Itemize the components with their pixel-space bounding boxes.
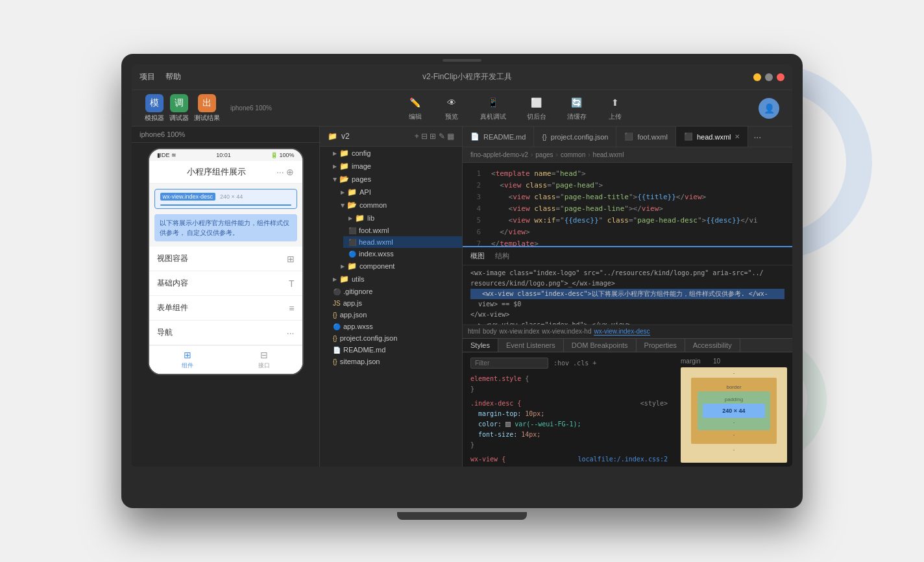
tree-item-sitemap[interactable]: {} sitemap.json [328,356,462,367]
tree-item-config[interactable]: ▶ 📁 config [328,147,462,160]
code-line-6: </view> [491,226,792,238]
arrow-icon: ▶ [333,164,337,169]
upload-label: 上传 [609,112,622,121]
path-wx-view-desc[interactable]: wx-view.index-desc [594,328,650,336]
pseudo-filter-buttons[interactable]: :hov .cls + [553,360,596,367]
tab-foot-wxml[interactable]: ⬛ foot.wxml [616,127,675,147]
code-line-4: <view class="page-head-line"></view> [491,203,792,215]
content-size: 240 × 44 [722,408,745,414]
sim-header: iphone6 100% [132,127,319,143]
tree-item-api[interactable]: ▶ 📁 API [335,186,462,199]
folder-icon: 📂 [339,175,349,184]
preview-tab-structure[interactable]: 结构 [495,251,509,261]
inspector-tab-styles[interactable]: Styles [463,339,498,352]
path-body[interactable]: body [483,328,497,336]
win-restore-button[interactable] [765,73,773,81]
sim-menu-formcomponent[interactable]: 表单组件 ≡ [149,296,302,321]
json-file-icon: {} [333,335,337,342]
sim-menu-navigation[interactable]: 导航 ··· [149,321,302,345]
simulator-tab-button[interactable]: 模 模拟器 [145,94,164,123]
menu-project[interactable]: 项目 [140,71,155,82]
menu-help[interactable]: 帮助 [165,71,181,82]
background-tool[interactable]: ⬜ 切后台 [527,95,546,121]
path-wx-view-hd[interactable]: wx-view.index-hd [542,328,591,336]
tree-item-lib[interactable]: ▶ 📁 lib [343,212,462,225]
style-prop-display: display: block; [470,465,668,467]
inspector-tab-event-listeners[interactable]: Event Listeners [498,339,564,352]
tree-item-image[interactable]: ▶ 📁 image [328,160,462,173]
tab-readme[interactable]: 📄 README.md [463,127,534,147]
tree-item-index-wxss[interactable]: 🔵 index.wxss [343,248,462,260]
test-tab-button[interactable]: 出 测试结果 [194,94,220,123]
tree-item-label: app.json [340,311,367,319]
user-avatar[interactable]: 👤 [759,98,779,119]
win-minimize-button[interactable] [753,73,761,81]
devtools-area: 概图 结构 <wx-image class="index-logo" src="… [463,246,792,467]
preview-tab-overview[interactable]: 概图 [470,251,485,261]
json-file-icon: {} [542,133,546,141]
tree-item-gitignore[interactable]: ⚫ .gitignore [328,286,462,297]
code-line-5: <view wx:if="{{desc}}" class="page-head-… [491,215,792,226]
code-line-1: <template name="head"> [491,168,792,180]
tree-item-head-wxml[interactable]: ⬛ head.wxml [343,236,462,248]
line-num-4: 4 [463,203,481,215]
inspector-tab-dom-breakpoints[interactable]: DOM Breakpoints [564,339,637,352]
edit-tool[interactable]: ✏️ 编辑 [407,95,423,121]
readme-file-icon: 📄 [470,132,480,141]
tree-item-component[interactable]: ▶ 📁 component [335,260,462,273]
padding-label: padding [703,397,765,402]
tree-item-utils[interactable]: ▶ 📁 utils [328,273,462,286]
tree-item-project-config[interactable]: {} project.config.json [328,332,462,344]
upload-tool[interactable]: ⬆ 上传 [607,95,623,121]
tree-item-app-json[interactable]: {} app.json [328,309,462,321]
components-tab-label: 组件 [182,361,193,370]
clear-cache-tool[interactable]: 🔄 清缓存 [567,95,587,121]
tree-item-label: README.md [343,346,385,354]
laptop-base [397,512,527,520]
sim-menu-basiccontent[interactable]: 基础内容 T [149,271,302,296]
debugger-tab-button[interactable]: 调 调试器 [169,94,189,123]
inspector-tab-accessibility[interactable]: Accessibility [685,339,740,352]
breadcrumb-item-root: fino-applet-demo-v2 [470,151,528,158]
wx-view-rule-header: wx-view { localfile:/.index.css:2 [470,454,668,465]
html-preview-code: <wx-image class="index-logo" src="../res… [463,265,792,325]
tree-item-label: component [359,262,395,270]
tab-project-config[interactable]: {} project.config.json [534,127,616,147]
tree-item-app-js[interactable]: JS app.js [328,297,462,309]
win-close-button[interactable] [777,73,784,81]
filter-input[interactable] [470,358,548,369]
phone-icon: 📱 [485,95,501,110]
tree-item-label: utils [352,275,365,283]
tab-close-icon[interactable]: ✕ [735,133,740,140]
tabs-more-button[interactable]: ··· [748,132,766,142]
box-model-visualization: - border padding 240 × 44 [681,367,787,463]
tree-item-app-wxss[interactable]: 🔵 app.wxss [328,321,462,332]
preview-tool[interactable]: 👁 预览 [444,95,459,121]
tree-item-common[interactable]: ▶ 📂 common [335,199,462,212]
tree-item-pages[interactable]: ▶ 📂 pages [328,173,462,186]
tab-head-wxml[interactable]: ⬛ head.wxml ✕ [676,127,749,147]
path-wx-view-index[interactable]: wx-view.index [500,328,540,336]
sim-menu-viewcontainer[interactable]: 视图容器 ⊞ [149,247,302,271]
tree-item-foot-wxml[interactable]: ⬛ foot.wxml [343,225,462,236]
laptop-screen: 项目 帮助 v2-FinClip小程序开发工具 模 模拟器 [132,64,792,467]
arrow-icon: ▶ [333,276,337,282]
path-html[interactable]: html [468,328,480,336]
sim-tab-components[interactable]: ⊞ 组件 [149,350,226,370]
real-debug-tool[interactable]: 📱 真机调试 [480,95,506,121]
app-title-bar: 小程序组件展示 ··· ⊕ [149,161,302,184]
tab-label: foot.wxml [637,133,667,141]
sim-menu-label-4: 导航 [157,327,173,338]
sim-tab-interface[interactable]: ⊟ 接口 [226,350,302,370]
inspector-tab-properties[interactable]: Properties [637,339,685,352]
code-editor[interactable]: 1 2 3 4 5 6 7 8 <templ [463,163,792,246]
device-label: iphone6 100% [230,104,272,112]
arrow-icon: ▶ [348,215,352,221]
hover-tag: wx-view.index-desc 240 × 44 [154,189,297,209]
breadcrumb-bar: fino-applet-demo-v2 › pages › common › h… [463,147,792,163]
test-label: 测试结果 [194,114,220,123]
margin-bottom-val: - [691,446,777,452]
iphone-status-bar: ▮IDE ≋ 10:01 🔋 100% [149,149,302,161]
tree-item-readme[interactable]: 📄 README.md [328,344,462,356]
style-prop-margin: margin-top: 10px; [470,409,668,419]
